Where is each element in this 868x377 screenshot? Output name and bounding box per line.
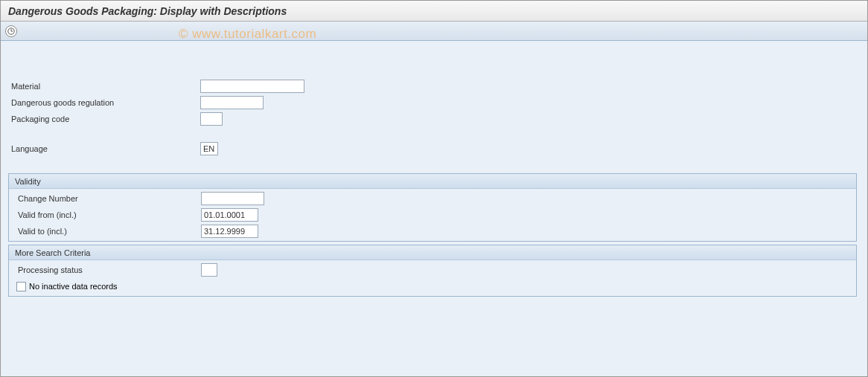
material-input[interactable]: [200, 80, 304, 93]
valid-from-label: Valid from (incl.): [9, 210, 201, 219]
dg-regulation-label: Dangerous goods regulation: [8, 98, 200, 107]
more-criteria-group: More Search Criteria Processing status N…: [8, 245, 857, 297]
page-title: Dangerous Goods Packaging: Display with …: [8, 5, 287, 17]
processing-status-row: Processing status: [9, 262, 856, 278]
no-inactive-label: No inactive data records: [29, 282, 118, 291]
valid-from-row: Valid from (incl.): [9, 207, 856, 223]
more-criteria-group-header: More Search Criteria: [9, 245, 856, 260]
packaging-code-row: Packaging code: [8, 111, 857, 127]
language-input[interactable]: [200, 142, 218, 155]
header-bar: Dangerous Goods Packaging: Display with …: [1, 1, 867, 22]
language-row: Language: [8, 141, 857, 157]
no-inactive-row: No inactive data records: [9, 278, 856, 294]
language-label: Language: [8, 144, 200, 153]
valid-to-label: Valid to (incl.): [9, 227, 201, 236]
processing-status-input[interactable]: [201, 263, 217, 277]
content-area: Material Dangerous goods regulation Pack…: [1, 41, 867, 376]
toolbar: [1, 22, 867, 41]
change-number-input[interactable]: [201, 192, 264, 205]
execute-button[interactable]: [5, 25, 17, 37]
processing-status-label: Processing status: [9, 265, 201, 274]
packaging-code-input[interactable]: [200, 112, 223, 126]
valid-from-input[interactable]: [201, 208, 258, 222]
clock-icon: [7, 28, 15, 35]
valid-to-input[interactable]: [201, 225, 258, 238]
change-number-row: Change Number: [9, 190, 856, 207]
dg-regulation-input[interactable]: [200, 96, 264, 109]
validity-group: Validity Change Number Valid from (incl.…: [8, 173, 857, 242]
dg-regulation-row: Dangerous goods regulation: [8, 94, 857, 111]
no-inactive-checkbox[interactable]: [16, 282, 26, 291]
change-number-label: Change Number: [9, 194, 201, 203]
packaging-code-label: Packaging code: [8, 115, 200, 123]
valid-to-row: Valid to (incl.): [9, 223, 856, 239]
material-label: Material: [8, 82, 200, 91]
validity-group-header: Validity: [9, 174, 856, 189]
material-row: Material: [8, 78, 857, 94]
